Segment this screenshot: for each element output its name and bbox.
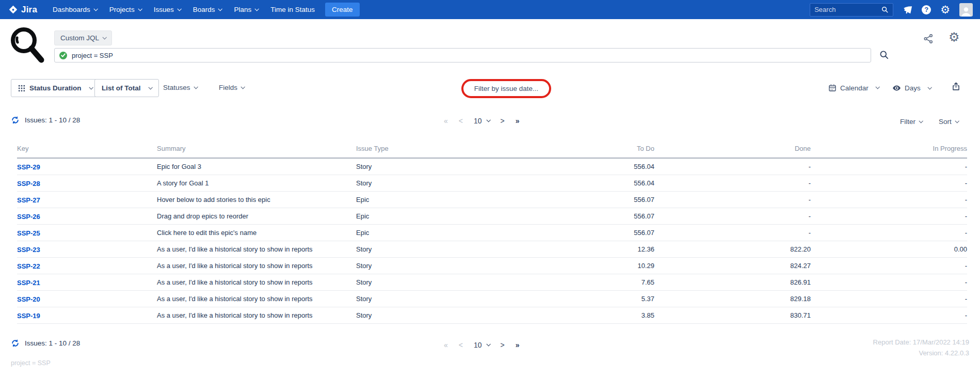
issue-key-link[interactable]: SSP-20 (17, 295, 40, 303)
jira-logo[interactable]: Jira (8, 5, 37, 15)
eye-icon (892, 84, 901, 92)
table-row[interactable]: SSP-19 As a user, I'd like a historical … (0, 307, 980, 324)
issue-key-link[interactable]: SSP-21 (17, 279, 40, 287)
time-unit-dropdown[interactable]: Days (892, 84, 931, 92)
user-avatar[interactable] (959, 3, 973, 17)
fields-dropdown[interactable]: Fields (219, 84, 244, 91)
prev-page-button[interactable]: < (459, 117, 463, 125)
column-header-issue-type[interactable]: Issue Type (356, 145, 501, 152)
refresh-icon[interactable] (11, 339, 20, 348)
done-duration-cell: 830.71 (654, 311, 811, 319)
first-page-button[interactable]: « (444, 341, 448, 349)
nav-item-dashboards[interactable]: Dashboards (46, 0, 103, 19)
first-page-button[interactable]: « (444, 117, 448, 125)
issue-type-cell: Story (356, 311, 501, 319)
last-page-button[interactable]: » (516, 117, 520, 125)
prev-page-button[interactable]: < (459, 341, 463, 349)
page-size-dropdown[interactable]: 10 (474, 341, 490, 349)
issue-key-link[interactable]: SSP-29 (17, 163, 40, 171)
chevron-down-icon (102, 35, 106, 39)
done-duration-cell: 829.18 (654, 295, 811, 303)
filter-label: Filter (900, 118, 915, 126)
issue-summary-cell: Epic for Goal 3 (157, 163, 356, 170)
statuses-dropdown[interactable]: Statuses (163, 84, 197, 91)
table-row[interactable]: SSP-26 Drag and drop epics to reorder Ep… (0, 208, 980, 225)
issue-key-link[interactable]: SSP-25 (17, 229, 40, 237)
nav-item-issues[interactable]: Issues (148, 0, 187, 19)
nav-search-input[interactable] (814, 6, 881, 13)
column-header-in-progress[interactable]: In Progress (811, 145, 967, 152)
table-row[interactable]: SSP-27 Hover below to add stories to thi… (0, 192, 980, 208)
calendar-dropdown[interactable]: Calendar (828, 84, 879, 92)
done-duration-cell: 822.20 (654, 245, 811, 253)
report-version-label: Version: 4.22.0.3 (919, 349, 969, 357)
time-unit-label: Days (905, 84, 921, 92)
settings-gear-icon[interactable]: ⚙ (940, 5, 950, 14)
issue-table-body: SSP-29 Epic for Goal 3 Story 556.04 - - … (0, 159, 980, 324)
issue-key-link[interactable]: SSP-26 (17, 213, 40, 221)
issue-key-link[interactable]: SSP-27 (17, 196, 40, 204)
in-progress-duration-cell: 0.00 (811, 245, 967, 253)
issue-key-link[interactable]: SSP-22 (17, 262, 40, 270)
column-header-to-do[interactable]: To Do (501, 145, 654, 152)
run-search-icon[interactable] (879, 50, 889, 60)
report-type-dropdown[interactable]: Status Duration (11, 79, 100, 97)
filter-dropdown[interactable]: Filter (900, 118, 922, 126)
table-row[interactable]: SSP-22 As a user, I'd like a historical … (0, 258, 980, 274)
column-header-key[interactable]: Key (17, 145, 157, 152)
report-settings-gear-icon[interactable]: ⚙ (949, 30, 960, 44)
statuses-label: Statuses (163, 84, 190, 91)
to-do-duration-cell: 7.65 (501, 278, 654, 286)
annotation-red-circle: Filter by issue date... (461, 79, 551, 98)
done-duration-cell: - (654, 229, 811, 237)
nav-item-projects[interactable]: Projects (103, 0, 148, 19)
page-size-dropdown[interactable]: 10 (474, 117, 490, 125)
nav-search-box[interactable] (810, 3, 893, 17)
table-row[interactable]: SSP-21 As a user, I'd like a historical … (0, 274, 980, 291)
page-size-value: 10 (474, 117, 482, 125)
to-do-duration-cell: 12.36 (501, 245, 654, 253)
announcements-icon[interactable] (903, 5, 912, 14)
table-row[interactable]: SSP-23 As a user, I'd like a historical … (0, 241, 980, 258)
nav-item-plans[interactable]: Plans (228, 0, 264, 19)
export-icon[interactable] (951, 82, 961, 91)
query-mode-dropdown[interactable]: Custom JQL (54, 30, 112, 45)
last-page-button[interactable]: » (516, 341, 520, 349)
refresh-icon[interactable] (11, 116, 20, 124)
column-header-done[interactable]: Done (654, 145, 811, 152)
issue-key-link[interactable]: SSP-23 (17, 246, 40, 254)
done-duration-cell: 826.91 (654, 278, 811, 286)
table-row[interactable]: SSP-25 Click here to edit this epic's na… (0, 225, 980, 241)
nav-item-label: Time in Status (270, 6, 315, 13)
share-icon[interactable] (923, 33, 934, 44)
help-icon[interactable]: ? (922, 5, 931, 14)
in-progress-duration-cell: - (811, 262, 967, 270)
nav-item-time-in-status[interactable]: Time in Status (264, 0, 321, 19)
top-navigation-bar: Jira Dashboards Projects Issues Boards P… (0, 0, 980, 19)
list-mode-dropdown[interactable]: List of Total (94, 79, 159, 97)
search-icon (881, 6, 889, 13)
issue-key-link[interactable]: SSP-28 (17, 180, 40, 187)
in-progress-duration-cell: - (811, 212, 967, 220)
nav-item-label: Issues (154, 6, 174, 13)
in-progress-duration-cell: - (811, 196, 967, 203)
jql-input[interactable]: project = SSP (54, 48, 871, 62)
nav-item-boards[interactable]: Boards (187, 0, 228, 19)
chevron-down-icon (486, 118, 490, 122)
chevron-down-icon (148, 85, 152, 89)
table-row[interactable]: SSP-28 A story for Goal 1 Story 556.04 -… (0, 175, 980, 192)
chevron-down-icon (177, 7, 181, 11)
table-row[interactable]: SSP-20 As a user, I'd like a historical … (0, 291, 980, 307)
issue-key-link[interactable]: SSP-19 (17, 312, 40, 320)
create-button[interactable]: Create (325, 3, 360, 17)
date-filter-input[interactable]: Filter by issue date... (474, 85, 539, 92)
issues-count-bar-bottom: Issues: 1 - 10 / 28 (11, 339, 80, 348)
issue-type-cell: Epic (356, 229, 501, 237)
table-row[interactable]: SSP-29 Epic for Goal 3 Story 556.04 - - (0, 159, 980, 175)
next-page-button[interactable]: > (501, 117, 505, 125)
done-duration-cell: - (654, 212, 811, 220)
column-header-summary[interactable]: Summary (157, 145, 356, 152)
issue-type-cell: Story (356, 163, 501, 170)
next-page-button[interactable]: > (501, 341, 505, 349)
sort-dropdown[interactable]: Sort (939, 118, 958, 126)
